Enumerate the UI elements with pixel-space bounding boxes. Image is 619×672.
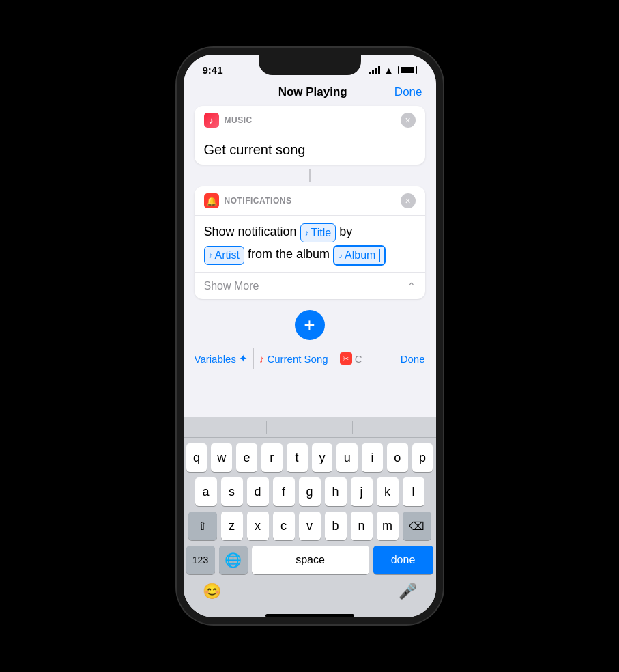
key-p[interactable]: p bbox=[412, 443, 433, 472]
key-globe[interactable]: 🌐 bbox=[219, 546, 248, 574]
key-v[interactable]: v bbox=[299, 512, 321, 540]
notif-shortcut-item[interactable]: ✂ C bbox=[340, 352, 362, 365]
key-row-1: q w e r t y u i o p bbox=[186, 443, 433, 472]
music-close-button[interactable]: × bbox=[401, 113, 416, 128]
key-n[interactable]: n bbox=[351, 512, 373, 540]
key-m[interactable]: m bbox=[377, 512, 399, 540]
music-card-header: ♪ MUSIC × bbox=[195, 106, 425, 135]
kb-top-right bbox=[358, 421, 433, 434]
album-token-label: Album bbox=[345, 247, 375, 264]
chevron-up-icon: ⌃ bbox=[407, 281, 416, 292]
key-y[interactable]: y bbox=[312, 443, 333, 472]
variables-item[interactable]: Variables ✦ bbox=[195, 352, 248, 365]
key-z[interactable]: z bbox=[221, 512, 243, 540]
from-album-text: from the album bbox=[248, 247, 333, 261]
kb-top-mid bbox=[272, 421, 347, 434]
variables-bar: Variables ✦ ♪ Current Song ✂ C Done bbox=[184, 343, 436, 374]
key-g[interactable]: g bbox=[299, 477, 321, 506]
kb-sep2 bbox=[352, 421, 353, 434]
notif-text-content: Show notification ♪ Title by ♪ Artist fr… bbox=[204, 223, 416, 266]
bar4 bbox=[378, 66, 380, 74]
album-token[interactable]: ♪ Album bbox=[333, 245, 386, 266]
kb-sep1 bbox=[266, 421, 267, 434]
notif-card-body: Show notification ♪ Title by ♪ Artist fr… bbox=[195, 216, 425, 272]
music-card-body: Get current song bbox=[195, 135, 425, 165]
notif-shortcut-letter: C bbox=[355, 353, 362, 365]
notch bbox=[259, 55, 361, 75]
notif-line2: ♪ Artist from the album ♪ Album bbox=[204, 245, 416, 266]
key-x[interactable]: x bbox=[247, 512, 269, 540]
bar2 bbox=[372, 70, 374, 74]
keyboard-rows: q w e r t y u i o p a s d f g h j k bbox=[184, 438, 436, 577]
title-token-label: Title bbox=[311, 225, 332, 241]
key-q[interactable]: q bbox=[186, 443, 207, 472]
current-song-note-icon: ♪ bbox=[259, 353, 265, 365]
notif-shortcut-icon: ✂ bbox=[340, 352, 352, 365]
key-shift[interactable]: ⇧ bbox=[188, 512, 217, 540]
key-space[interactable]: space bbox=[252, 546, 369, 574]
key-o[interactable]: o bbox=[387, 443, 408, 472]
notifications-action-card: 🔔 NOTIFICATIONS × Show notification ♪ Ti… bbox=[195, 186, 425, 299]
notif-close-button[interactable]: × bbox=[401, 193, 416, 208]
key-row-4: 123 🌐 space done bbox=[186, 546, 433, 574]
by-text: by bbox=[339, 225, 352, 238]
show-notification-prefix: Show notification bbox=[204, 225, 300, 238]
music-card-header-left: ♪ MUSIC bbox=[204, 113, 253, 128]
status-icons: ▲ bbox=[369, 65, 416, 76]
key-h[interactable]: h bbox=[325, 477, 347, 506]
bar1 bbox=[369, 72, 371, 74]
key-r[interactable]: r bbox=[261, 443, 283, 472]
music-action-card: ♪ MUSIC × Get current song bbox=[195, 106, 425, 165]
phone-frame: 9:41 ▲ Now Playing Done ♪ MUSIC bbox=[177, 48, 443, 624]
key-e[interactable]: e bbox=[236, 443, 257, 472]
key-d[interactable]: d bbox=[247, 477, 269, 506]
add-action-button[interactable]: + bbox=[295, 310, 325, 340]
current-song-label: Current Song bbox=[267, 353, 328, 365]
key-w[interactable]: w bbox=[211, 443, 232, 472]
key-b[interactable]: b bbox=[325, 512, 347, 540]
show-more-button[interactable]: Show More ⌃ bbox=[195, 272, 425, 299]
key-l[interactable]: l bbox=[403, 477, 424, 506]
scroll-area: ♪ MUSIC × Get current song 🔔 NOTIFICATIO… bbox=[184, 106, 436, 299]
bar3 bbox=[375, 68, 377, 74]
keyboard-area: q w e r t y u i o p a s d f g h j k bbox=[184, 417, 436, 617]
key-delete[interactable]: ⌫ bbox=[403, 512, 431, 540]
kb-top-left bbox=[186, 421, 261, 434]
add-action-container: + bbox=[184, 310, 436, 340]
key-t[interactable]: t bbox=[287, 443, 308, 472]
music-card-label: MUSIC bbox=[225, 115, 253, 125]
key-done[interactable]: done bbox=[373, 546, 433, 574]
signal-bars-icon bbox=[369, 66, 380, 74]
variables-label: Variables bbox=[195, 353, 236, 365]
key-i[interactable]: i bbox=[362, 443, 383, 472]
notifications-icon: 🔔 bbox=[204, 193, 219, 208]
music-action-text: Get current song bbox=[204, 142, 306, 157]
key-s[interactable]: s bbox=[221, 477, 243, 506]
mic-icon[interactable]: 🎤 bbox=[399, 583, 417, 600]
title-token[interactable]: ♪ Title bbox=[300, 223, 336, 242]
section-separator bbox=[195, 169, 425, 182]
current-song-item[interactable]: ♪ Current Song bbox=[259, 353, 328, 365]
nav-done-button[interactable]: Done bbox=[394, 85, 422, 99]
variables-done-button[interactable]: Done bbox=[401, 353, 425, 365]
status-time: 9:41 bbox=[203, 64, 223, 76]
notif-line1: Show notification ♪ Title by bbox=[204, 223, 416, 242]
key-c[interactable]: c bbox=[273, 512, 295, 540]
notif-card-header-left: 🔔 NOTIFICATIONS bbox=[204, 193, 292, 208]
text-cursor bbox=[379, 249, 380, 262]
magic-icon: ✦ bbox=[239, 352, 248, 365]
artist-token-label: Artist bbox=[215, 247, 240, 264]
key-a[interactable]: a bbox=[195, 477, 217, 506]
key-row-3: ⇧ z x c v b n m ⌫ bbox=[186, 512, 433, 540]
var-separator2 bbox=[334, 348, 334, 369]
artist-token[interactable]: ♪ Artist bbox=[204, 246, 244, 265]
key-123[interactable]: 123 bbox=[186, 546, 215, 574]
key-f[interactable]: f bbox=[273, 477, 295, 506]
key-k[interactable]: k bbox=[377, 477, 399, 506]
key-u[interactable]: u bbox=[336, 443, 358, 472]
home-indicator bbox=[265, 614, 354, 617]
emoji-icon[interactable]: 😊 bbox=[203, 583, 221, 600]
notif-card-label: NOTIFICATIONS bbox=[225, 196, 292, 206]
key-j[interactable]: j bbox=[351, 477, 373, 506]
add-icon: + bbox=[304, 316, 315, 335]
